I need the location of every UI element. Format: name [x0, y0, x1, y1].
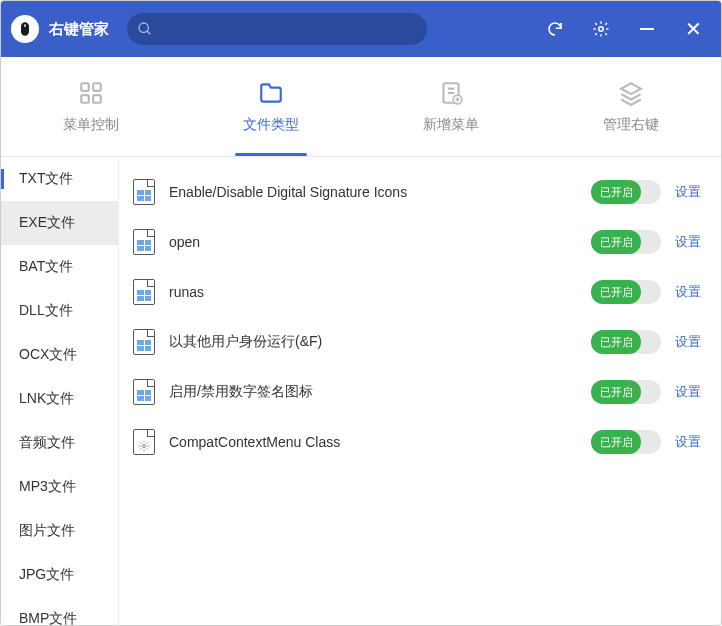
- sidebar-item-txt[interactable]: TXT文件: [1, 157, 118, 201]
- toggle-on-label: 已开启: [591, 430, 641, 454]
- sidebar-item-label: TXT文件: [19, 170, 73, 188]
- svg-rect-5: [81, 95, 89, 103]
- document-plus-icon: [438, 80, 464, 106]
- sidebar-item-dll[interactable]: DLL文件: [1, 289, 118, 333]
- sidebar-item-label: EXE文件: [19, 214, 75, 232]
- tab-label: 管理右键: [603, 116, 659, 134]
- grid-icon: [78, 80, 104, 106]
- svg-rect-3: [81, 83, 89, 91]
- file-type-icon: [133, 429, 155, 455]
- row-settings-link[interactable]: 设置: [675, 283, 701, 301]
- svg-point-2: [599, 27, 604, 32]
- search-input[interactable]: [159, 22, 417, 37]
- refresh-button[interactable]: [537, 11, 573, 47]
- tab-label: 菜单控制: [63, 116, 119, 134]
- minimize-button[interactable]: [629, 11, 665, 47]
- svg-point-13: [143, 444, 146, 447]
- sidebar-item-label: OCX文件: [19, 346, 77, 364]
- row-label: 启用/禁用数字签名图标: [169, 383, 577, 401]
- tab-file-type[interactable]: 文件类型: [181, 57, 361, 156]
- tabbar: 菜单控制 文件类型 新增菜单 管理右键: [1, 57, 721, 157]
- row-label: open: [169, 234, 577, 250]
- tab-manage[interactable]: 管理右键: [541, 57, 721, 156]
- sidebar-item-image[interactable]: 图片文件: [1, 509, 118, 553]
- settings-button[interactable]: [583, 11, 619, 47]
- toggle-on-label: 已开启: [591, 230, 641, 254]
- svg-point-0: [139, 23, 148, 32]
- sidebar-item-bmp[interactable]: BMP文件: [1, 597, 118, 626]
- app-icon: [11, 15, 39, 43]
- sidebar-item-audio[interactable]: 音频文件: [1, 421, 118, 465]
- list-row: runas 已开启 设置: [119, 267, 721, 317]
- close-button[interactable]: ✕: [675, 11, 711, 47]
- toggle-enabled[interactable]: 已开启: [591, 180, 661, 204]
- tab-label: 文件类型: [243, 116, 299, 134]
- sidebar-item-label: 音频文件: [19, 434, 75, 452]
- file-type-icon: [133, 229, 155, 255]
- tab-add-menu[interactable]: 新增菜单: [361, 57, 541, 156]
- row-settings-link[interactable]: 设置: [675, 383, 701, 401]
- list-row: open 已开启 设置: [119, 217, 721, 267]
- close-icon: ✕: [685, 17, 702, 41]
- svg-line-1: [147, 31, 150, 34]
- file-type-icon: [133, 379, 155, 405]
- list-row: 以其他用户身份运行(&F) 已开启 设置: [119, 317, 721, 367]
- titlebar: 右键管家 ✕: [1, 1, 721, 57]
- folder-icon: [258, 80, 284, 106]
- row-label: CompatContextMenu Class: [169, 434, 577, 450]
- toggle-on-label: 已开启: [591, 180, 641, 204]
- sidebar-item-label: BMP文件: [19, 610, 77, 626]
- search-icon: [137, 21, 153, 37]
- sidebar-item-mp3[interactable]: MP3文件: [1, 465, 118, 509]
- sidebar-item-lnk[interactable]: LNK文件: [1, 377, 118, 421]
- toggle-enabled[interactable]: 已开启: [591, 330, 661, 354]
- toggle-on-label: 已开启: [591, 280, 641, 304]
- toggle-enabled[interactable]: 已开启: [591, 430, 661, 454]
- sidebar-item-bat[interactable]: BAT文件: [1, 245, 118, 289]
- sidebar: TXT文件 EXE文件 BAT文件 DLL文件 OCX文件 LNK文件 音频文件…: [1, 157, 119, 626]
- gear-small-icon: [138, 440, 150, 452]
- toggle-enabled[interactable]: 已开启: [591, 230, 661, 254]
- sidebar-item-ocx[interactable]: OCX文件: [1, 333, 118, 377]
- row-settings-link[interactable]: 设置: [675, 183, 701, 201]
- search-box[interactable]: [127, 13, 427, 45]
- gear-icon: [592, 20, 610, 38]
- layers-icon: [618, 80, 644, 106]
- sidebar-item-label: DLL文件: [19, 302, 73, 320]
- row-label: runas: [169, 284, 577, 300]
- row-settings-link[interactable]: 设置: [675, 333, 701, 351]
- toggle-on-label: 已开启: [591, 380, 641, 404]
- row-settings-link[interactable]: 设置: [675, 433, 701, 451]
- row-settings-link[interactable]: 设置: [675, 233, 701, 251]
- row-label: 以其他用户身份运行(&F): [169, 333, 577, 351]
- sidebar-item-exe[interactable]: EXE文件: [1, 201, 118, 245]
- main-list: Enable/Disable Digital Signature Icons 已…: [119, 157, 721, 626]
- list-row: CompatContextMenu Class 已开启 设置: [119, 417, 721, 467]
- svg-rect-6: [93, 95, 101, 103]
- list-row: 启用/禁用数字签名图标 已开启 设置: [119, 367, 721, 417]
- svg-rect-4: [93, 83, 101, 91]
- content: TXT文件 EXE文件 BAT文件 DLL文件 OCX文件 LNK文件 音频文件…: [1, 157, 721, 626]
- tab-label: 新增菜单: [423, 116, 479, 134]
- toggle-enabled[interactable]: 已开启: [591, 380, 661, 404]
- sidebar-item-label: BAT文件: [19, 258, 73, 276]
- sidebar-item-label: MP3文件: [19, 478, 76, 496]
- sidebar-item-label: 图片文件: [19, 522, 75, 540]
- sidebar-item-label: LNK文件: [19, 390, 74, 408]
- sidebar-item-label: JPG文件: [19, 566, 74, 584]
- sidebar-item-jpg[interactable]: JPG文件: [1, 553, 118, 597]
- app-title: 右键管家: [49, 20, 109, 39]
- minimize-icon: [640, 28, 654, 30]
- tab-menu-control[interactable]: 菜单控制: [1, 57, 181, 156]
- list-row: Enable/Disable Digital Signature Icons 已…: [119, 167, 721, 217]
- file-type-icon: [133, 179, 155, 205]
- mouse-icon: [17, 19, 33, 39]
- toggle-on-label: 已开启: [591, 330, 641, 354]
- toggle-enabled[interactable]: 已开启: [591, 280, 661, 304]
- row-label: Enable/Disable Digital Signature Icons: [169, 184, 577, 200]
- refresh-icon: [546, 20, 564, 38]
- file-type-icon: [133, 329, 155, 355]
- file-type-icon: [133, 279, 155, 305]
